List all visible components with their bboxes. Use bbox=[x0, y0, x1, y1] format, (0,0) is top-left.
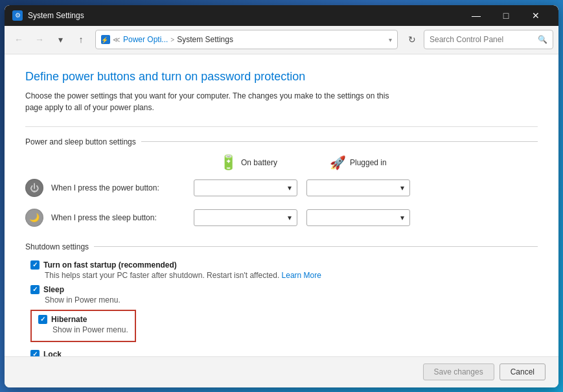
address-icon: ⚡ bbox=[101, 35, 110, 44]
hibernate-label: Hibernate bbox=[51, 315, 87, 324]
sleep-plugged-dropdown[interactable]: ▾ bbox=[306, 209, 410, 226]
breadcrumb-part2: System Settings bbox=[177, 35, 233, 44]
close-button[interactable]: ✕ bbox=[521, 5, 551, 26]
system-settings-window: ⚙ System Settings — □ ✕ ← → ▾ ↑ ⚡ ≪ Powe… bbox=[5, 5, 558, 387]
sleep-desc: Show in Power menu. bbox=[30, 295, 538, 305]
fast-startup-checkbox[interactable] bbox=[30, 260, 40, 270]
fast-startup-label: Turn on fast startup (recommended) bbox=[43, 260, 177, 270]
sleep-battery-dropdown[interactable]: ▾ bbox=[194, 209, 297, 226]
on-battery-header: 🔋 On battery bbox=[220, 154, 330, 171]
toolbar: ← → ▾ ↑ ⚡ ≪ Power Opti... > System Setti… bbox=[5, 26, 558, 54]
power-button-label: When I press the power button: bbox=[51, 183, 194, 192]
lock-label: Lock bbox=[43, 350, 62, 356]
sleep-button-row: 🌙 When I press the sleep button: ▾ ▾ bbox=[25, 206, 538, 229]
forward-button[interactable]: → bbox=[30, 30, 49, 49]
bottom-bar: Save changes Cancel bbox=[5, 356, 558, 387]
dropdown-arrow-icon3: ▾ bbox=[288, 213, 292, 222]
sleep-label: Sleep bbox=[43, 285, 64, 294]
column-headers: 🔋 On battery 🚀 Plugged in bbox=[220, 154, 538, 171]
hibernate-main: Hibernate bbox=[38, 315, 128, 324]
fast-startup-row: Turn on fast startup (recommended) This … bbox=[25, 260, 538, 280]
save-button[interactable]: Save changes bbox=[423, 363, 494, 380]
address-chevron: ≪ bbox=[113, 36, 121, 44]
minimize-button[interactable]: — bbox=[461, 5, 491, 26]
page-description: Choose the power settings that you want … bbox=[25, 90, 538, 113]
shutdown-section-header: Shutdown settings bbox=[25, 242, 538, 251]
lock-row: Lock bbox=[25, 350, 538, 356]
lock-checkbox[interactable] bbox=[30, 350, 40, 356]
refresh-button[interactable]: ↻ bbox=[403, 30, 421, 49]
page-title: Define power buttons and turn on passwor… bbox=[25, 70, 538, 84]
content-area: Define power buttons and turn on passwor… bbox=[5, 54, 558, 356]
fast-startup-main: Turn on fast startup (recommended) bbox=[30, 260, 538, 270]
hibernate-desc: Show in Power menu. bbox=[38, 325, 128, 334]
sleep-button-label: When I press the sleep button: bbox=[51, 213, 194, 222]
cancel-button[interactable]: Cancel bbox=[500, 363, 546, 380]
address-dropdown-arrow[interactable]: ▾ bbox=[389, 36, 392, 43]
lock-main: Lock bbox=[30, 350, 538, 356]
title-bar-icon: ⚙ bbox=[12, 10, 23, 21]
power-button-row: ⏻ When I press the power button: ▾ ▾ bbox=[25, 176, 538, 200]
hibernate-checkbox[interactable] bbox=[38, 315, 47, 324]
search-input[interactable] bbox=[430, 35, 534, 44]
plugged-in-header: 🚀 Plugged in bbox=[330, 154, 440, 171]
title-bar-controls: — □ ✕ bbox=[461, 5, 551, 26]
divider-top bbox=[25, 126, 538, 127]
shutdown-section: Shutdown settings Turn on fast startup (… bbox=[25, 242, 538, 356]
power-battery-dropdown[interactable]: ▾ bbox=[194, 179, 297, 196]
dropdown-arrow-icon: ▾ bbox=[288, 183, 292, 192]
maximize-button[interactable]: □ bbox=[491, 5, 521, 26]
sleep-button-icon: 🌙 bbox=[25, 209, 43, 227]
dropdown-arrow-icon2: ▾ bbox=[400, 183, 404, 192]
dropdown-arrow-icon4: ▾ bbox=[400, 213, 404, 222]
sleep-row: Sleep Show in Power menu. bbox=[25, 285, 538, 305]
recent-button[interactable]: ▾ bbox=[51, 30, 69, 49]
sleep-checkbox[interactable] bbox=[30, 285, 40, 294]
breadcrumb-part1: Power Opti... bbox=[123, 35, 168, 44]
title-bar-text: System Settings bbox=[28, 11, 461, 20]
search-icon: 🔍 bbox=[538, 35, 547, 44]
hibernate-row: Hibernate Show in Power menu. bbox=[25, 310, 538, 345]
plugged-icon: 🚀 bbox=[330, 155, 346, 170]
title-bar: ⚙ System Settings — □ ✕ bbox=[5, 5, 558, 26]
fast-startup-desc: This helps start your PC faster after sh… bbox=[30, 271, 538, 280]
power-button-icon: ⏻ bbox=[25, 179, 43, 197]
power-sleep-section-header: Power and sleep button settings bbox=[25, 137, 538, 146]
address-bar: ⚡ ≪ Power Opti... > System Settings ▾ bbox=[95, 30, 398, 49]
sleep-main: Sleep bbox=[30, 285, 538, 294]
battery-icon: 🔋 bbox=[220, 154, 237, 171]
learn-more-link[interactable]: Learn More bbox=[282, 271, 321, 280]
power-plugged-dropdown[interactable]: ▾ bbox=[306, 179, 410, 196]
back-button[interactable]: ← bbox=[10, 30, 28, 49]
up-button[interactable]: ↑ bbox=[72, 30, 90, 49]
breadcrumb-sep: > bbox=[170, 36, 174, 43]
search-box: 🔍 bbox=[424, 30, 553, 49]
hibernate-highlight-box: Hibernate Show in Power menu. bbox=[30, 310, 136, 342]
